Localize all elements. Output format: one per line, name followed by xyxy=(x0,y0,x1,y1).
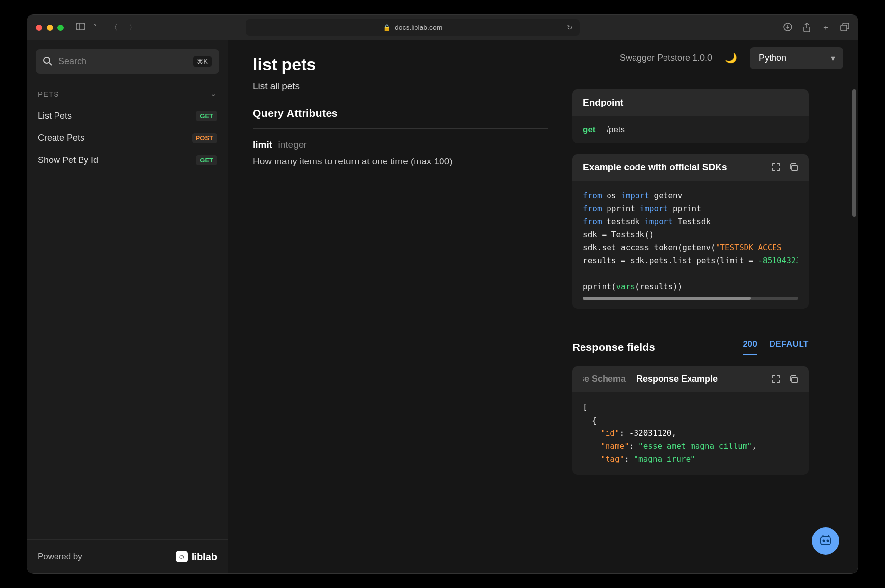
forward-button[interactable]: 〉 xyxy=(127,23,138,33)
expand-icon[interactable] xyxy=(772,375,780,384)
endpoint-body: get /pets xyxy=(572,116,809,143)
top-bar: Swagger Petstore 1.0.0 🌙 Python xyxy=(605,40,858,76)
response-fields-heading: Response fields xyxy=(572,341,655,354)
copy-icon[interactable] xyxy=(789,163,798,172)
language-value: Python xyxy=(759,53,786,63)
sidebar-footer: Powered by ☺ liblab xyxy=(27,539,228,573)
query-attributes-heading: Query Attributes xyxy=(253,107,548,119)
url-text: docs.liblab.com xyxy=(395,24,442,31)
reload-icon[interactable]: ↻ xyxy=(567,24,573,31)
sidebar: ⌘K PETS ⌄ List Pets GET Create Pets POST… xyxy=(27,40,228,573)
svg-point-4 xyxy=(44,57,50,63)
browser-titlebar: ˅ 〈 〉 🔒 docs.liblab.com ↻ ＋ xyxy=(27,15,858,40)
method-badge: GET xyxy=(196,111,217,121)
param-name: limit xyxy=(253,139,272,150)
endpoint-heading: Endpoint xyxy=(572,89,809,116)
svg-rect-8 xyxy=(821,537,830,545)
theme-toggle-moon-icon[interactable]: 🌙 xyxy=(725,52,737,64)
response-header-row: Response fields 200 DEFAULT xyxy=(572,339,809,355)
svg-rect-3 xyxy=(841,25,847,31)
svg-point-9 xyxy=(823,540,825,542)
example-body: from os import getenv from pprint import… xyxy=(572,181,809,309)
maximize-window-button[interactable] xyxy=(57,25,64,31)
sidebar-item-show-pet[interactable]: Show Pet By Id GET xyxy=(27,149,228,171)
chat-fab[interactable] xyxy=(812,527,839,555)
sidebar-item-create-pets[interactable]: Create Pets POST xyxy=(27,127,228,149)
search-box[interactable]: ⌘K xyxy=(36,49,219,74)
browser-window: ˅ 〈 〉 🔒 docs.liblab.com ↻ ＋ ⌘K PETS ⌄ xyxy=(27,15,858,573)
liblab-logo-icon: ☺ xyxy=(176,551,188,562)
sidebar-item-label: Create Pets xyxy=(38,133,84,143)
tab-200[interactable]: 200 xyxy=(743,339,758,355)
tab-response-example[interactable]: Response Example xyxy=(636,374,718,384)
method-badge: GET xyxy=(196,155,217,165)
svg-rect-0 xyxy=(76,23,85,30)
code-block[interactable]: from os import getenv from pprint import… xyxy=(583,189,798,293)
http-method: get xyxy=(583,125,596,134)
code-column: Endpoint get /pets Example code with off… xyxy=(572,40,823,573)
download-icon[interactable] xyxy=(783,23,792,33)
sidebar-toggle-icon[interactable] xyxy=(76,23,87,33)
minimize-window-button[interactable] xyxy=(47,25,53,31)
method-badge: POST xyxy=(192,133,217,143)
sidebar-section-pets[interactable]: PETS ⌄ xyxy=(27,79,228,105)
section-label: PETS xyxy=(38,90,59,98)
search-input[interactable] xyxy=(58,56,187,67)
address-bar[interactable]: 🔒 docs.liblab.com ↻ xyxy=(246,19,580,36)
brand-text: liblab xyxy=(192,551,217,562)
vertical-scrollbar[interactable] xyxy=(852,89,856,217)
param-limit: limit integer How many items to return a… xyxy=(253,128,548,178)
language-select[interactable]: Python xyxy=(750,47,843,69)
tab-default[interactable]: DEFAULT xyxy=(769,339,809,355)
endpoint-panel: Endpoint get /pets xyxy=(572,89,809,143)
lock-icon: 🔒 xyxy=(383,24,391,31)
window-controls xyxy=(36,25,64,31)
liblab-brand[interactable]: ☺ liblab xyxy=(176,551,217,562)
sidebar-item-label: Show Pet By Id xyxy=(38,155,98,165)
sidebar-item-list-pets[interactable]: List Pets GET xyxy=(27,105,228,127)
json-block[interactable]: [{"id": -32031120,"name": "esse amet mag… xyxy=(572,392,809,475)
powered-by-label: Powered by xyxy=(38,552,82,561)
search-shortcut: ⌘K xyxy=(193,56,212,67)
example-heading: Example code with official SDKs xyxy=(572,154,809,181)
svg-line-5 xyxy=(49,63,52,65)
example-panel: Example code with official SDKs from os … xyxy=(572,154,809,309)
back-button[interactable]: 〈 xyxy=(108,23,120,33)
svg-rect-7 xyxy=(792,377,797,383)
share-icon[interactable] xyxy=(803,23,811,33)
tab-response-schema[interactable]: ponse Schema xyxy=(583,374,626,384)
response-panel-header: ponse Schema Response Example xyxy=(572,366,809,392)
new-tab-icon[interactable]: ＋ xyxy=(822,23,830,33)
copy-icon[interactable] xyxy=(789,375,798,384)
svg-point-10 xyxy=(827,540,829,542)
chevron-down-icon: ⌄ xyxy=(210,89,217,98)
endpoint-path: /pets xyxy=(607,125,625,134)
close-window-button[interactable] xyxy=(36,25,42,31)
svg-rect-6 xyxy=(792,165,797,171)
status-tabs: 200 DEFAULT xyxy=(743,339,809,355)
app-root: ⌘K PETS ⌄ List Pets GET Create Pets POST… xyxy=(27,40,858,573)
page-description: List all pets xyxy=(253,81,548,92)
search-icon xyxy=(43,56,53,66)
content-column: list pets List all pets Query Attributes… xyxy=(228,40,572,573)
expand-icon[interactable] xyxy=(772,163,780,172)
sidebar-item-label: List Pets xyxy=(38,111,72,121)
response-panel: ponse Schema Response Example [{"id": -3… xyxy=(572,366,809,475)
param-description: How many items to return at one time (ma… xyxy=(253,156,548,167)
main-panel: Swagger Petstore 1.0.0 🌙 Python list pet… xyxy=(228,40,858,573)
api-title: Swagger Petstore 1.0.0 xyxy=(620,53,712,63)
page-title: list pets xyxy=(253,55,548,74)
chevron-down-icon[interactable]: ˅ xyxy=(89,23,101,33)
tabs-icon[interactable] xyxy=(840,23,849,33)
horizontal-scrollbar[interactable] xyxy=(583,297,798,300)
param-type: integer xyxy=(278,139,307,150)
